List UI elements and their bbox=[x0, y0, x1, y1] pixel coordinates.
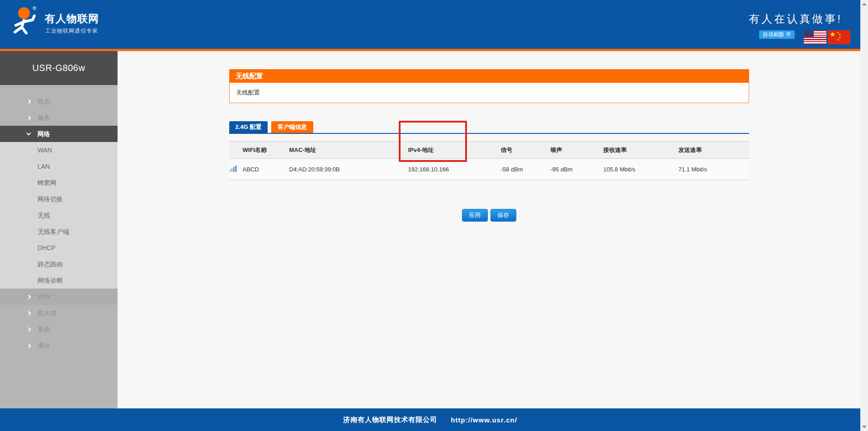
signal-bars-icon bbox=[229, 159, 243, 180]
sidebar-menu: 状态 服务 网络 WAN LAN 蜂窝网 网络切换 无线 无线客户端 DHCP … bbox=[0, 85, 118, 354]
sidebar-item-wireless[interactable]: 无线 bbox=[0, 207, 118, 223]
chevron-right-icon bbox=[27, 327, 31, 332]
sidebar-item-network-switch[interactable]: 网络切换 bbox=[0, 191, 118, 207]
sidebar-item-wan[interactable]: WAN bbox=[0, 142, 118, 158]
us-flag-canton bbox=[804, 30, 814, 37]
cell-mac-address: D4:AD:20:59:39:0B bbox=[289, 159, 408, 180]
cell-noise: -95 dBm bbox=[551, 159, 604, 180]
sidebar-item-status[interactable]: 状态 bbox=[0, 93, 118, 109]
icon-column-header bbox=[229, 142, 243, 159]
col-signal: 信号 bbox=[501, 142, 551, 159]
brand-tagline: 工业物联网通信专家 bbox=[45, 27, 98, 35]
sidebar-item-logout[interactable]: 退出 bbox=[0, 337, 118, 354]
footer-bar: 济南有人物联网技术有限公司 http://www.usr.cn/ bbox=[0, 408, 860, 431]
col-ipv4-address: IPv4-地址 bbox=[408, 142, 501, 159]
table-header-row: WIFI名称 MAC-地址 IPv4-地址 信号 噪声 接收速率 发送速率 bbox=[229, 142, 749, 159]
chevron-right-icon bbox=[27, 295, 31, 299]
col-receive-rate: 接收速率 bbox=[604, 142, 679, 159]
vertical-scrollbar[interactable] bbox=[860, 0, 868, 431]
cell-wifi-name: ABCD bbox=[243, 159, 289, 180]
col-wifi-name: WIFI名称 bbox=[243, 142, 289, 159]
auto-refresh-toggle[interactable]: 自动刷新 开 bbox=[759, 30, 795, 39]
main-content-area: 无线配置 无线配置 2.4G 配置 客户端信息 WIFI名称 MAC-地址 IP… bbox=[118, 51, 860, 408]
us-flag-icon[interactable] bbox=[804, 30, 826, 44]
sidebar-item-static-route[interactable]: 静态路由 bbox=[0, 256, 118, 272]
sidebar-item-system[interactable]: 系统 bbox=[0, 321, 118, 337]
table-row: ABCD D4:AD:20:59:39:0B 192.168.10.166 -5… bbox=[229, 159, 749, 180]
sidebar-item-firewall[interactable]: 防火墙 bbox=[0, 305, 118, 321]
sidebar-item-vpn[interactable]: VPN bbox=[0, 289, 118, 305]
cn-flag-icon[interactable]: ★ ★ ★ ★ ★ bbox=[828, 30, 850, 44]
website-link[interactable]: http://www.usr.cn/ bbox=[451, 416, 517, 424]
sidebar: USR-G806w 状态 服务 网络 WAN LAN 蜂窝网 网络切换 无线 无… bbox=[0, 51, 118, 408]
scroll-up-arrow-icon[interactable] bbox=[862, 3, 867, 5]
svg-text:®: ® bbox=[33, 5, 36, 11]
cell-ipv4-address: 192.168.10.166 bbox=[408, 159, 501, 180]
client-info-table: WIFI名称 MAC-地址 IPv4-地址 信号 噪声 接收速率 发送速率 bbox=[229, 141, 749, 180]
cell-signal: -58 dBm bbox=[501, 159, 551, 180]
brand-name: 有人物联网 bbox=[45, 12, 99, 26]
cell-receive-rate: 105.8 Mbit/s bbox=[604, 159, 679, 180]
save-button[interactable]: 保存 bbox=[491, 209, 516, 222]
action-buttons: 应用 保存 bbox=[229, 209, 749, 222]
device-model-title: USR-G806w bbox=[0, 51, 118, 85]
scroll-down-arrow-icon[interactable] bbox=[862, 426, 867, 428]
section-description: 无线配置 bbox=[229, 83, 749, 103]
sidebar-item-cellular[interactable]: 蜂窝网 bbox=[0, 175, 118, 191]
col-mac-address: MAC-地址 bbox=[289, 142, 408, 159]
chevron-right-icon bbox=[27, 311, 31, 316]
cn-flag-star: ★ bbox=[830, 30, 835, 38]
apply-button[interactable]: 应用 bbox=[462, 209, 488, 222]
chevron-right-icon bbox=[27, 116, 31, 120]
sidebar-item-network[interactable]: 网络 bbox=[0, 126, 118, 142]
usr-logo-icon: ® bbox=[10, 4, 42, 36]
sidebar-item-network-diagnosis[interactable]: 网络诊断 bbox=[0, 272, 118, 289]
company-name: 济南有人物联网技术有限公司 bbox=[343, 416, 437, 424]
tab-bar: 2.4G 配置 客户端信息 bbox=[229, 121, 749, 134]
col-send-rate: 发送速率 bbox=[679, 142, 749, 159]
network-submenu: WAN LAN 蜂窝网 网络切换 无线 无线客户端 DHCP 静态路由 网络诊断 bbox=[0, 142, 118, 289]
section-title: 无线配置 bbox=[229, 69, 749, 83]
tab-24g-config[interactable]: 2.4G 配置 bbox=[229, 121, 268, 133]
col-noise: 噪声 bbox=[551, 142, 604, 159]
chevron-down-icon bbox=[27, 131, 31, 136]
chevron-right-icon bbox=[27, 344, 31, 348]
cell-send-rate: 71.1 Mbit/s bbox=[679, 159, 749, 180]
sidebar-item-lan[interactable]: LAN bbox=[0, 158, 118, 175]
sidebar-item-wireless-client[interactable]: 无线客户端 bbox=[0, 223, 118, 240]
chevron-right-icon bbox=[27, 99, 31, 104]
sidebar-item-services[interactable]: 服务 bbox=[0, 109, 118, 126]
sidebar-item-dhcp[interactable]: DHCP bbox=[0, 240, 118, 256]
top-header-bar: ® 有人物联网 工业物联网通信专家 有人在认真做事! 自动刷新 开 ★ ★ ★ … bbox=[0, 0, 860, 49]
tab-client-info[interactable]: 客户端信息 bbox=[271, 121, 313, 133]
header-slogan: 有人在认真做事! bbox=[749, 12, 842, 26]
